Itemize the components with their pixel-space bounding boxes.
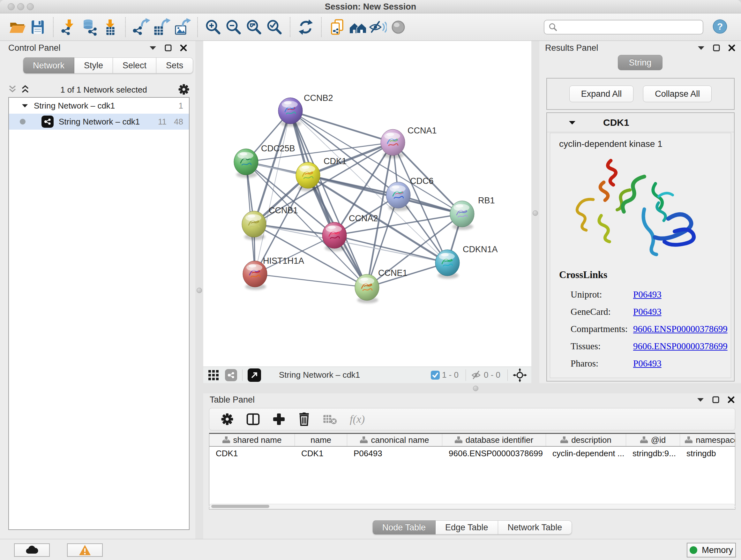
table-cell[interactable]: 9606.ENSP00000378699 [442, 447, 546, 460]
network-node-CDK1[interactable] [296, 162, 320, 191]
network-collection-row[interactable]: String Network – cdk1 1 [9, 98, 189, 114]
network-node-CDC25B[interactable] [234, 149, 258, 178]
results-panel-float-button[interactable] [713, 44, 720, 51]
tab-string[interactable]: String [618, 55, 663, 70]
results-panel-close-button[interactable] [728, 44, 735, 51]
column-header-shared-name[interactable]: shared name [209, 434, 295, 446]
network-node-CCNB1[interactable] [242, 211, 266, 240]
results-panel-menu-button[interactable] [697, 46, 704, 50]
zoom-in-button[interactable] [203, 16, 223, 38]
disabled-sphere-button[interactable] [388, 16, 408, 38]
network-edge-CCNB2-HIST1H1A[interactable] [255, 111, 290, 274]
control-panel-menu-button[interactable] [149, 46, 156, 50]
crosslink-value-link[interactable]: 9606.ENSP00000378699 [633, 324, 728, 334]
export-network-button[interactable] [131, 16, 151, 38]
right-splitter[interactable] [531, 41, 539, 383]
column-header--id[interactable]: @id [626, 434, 680, 446]
collapse-all-networks-button[interactable] [8, 84, 17, 95]
save-session-button[interactable] [27, 16, 48, 38]
network-node-CDKN1A[interactable] [435, 250, 460, 279]
right-splitter-handle[interactable] [533, 210, 538, 216]
gene-section-header[interactable]: CDK1 [547, 113, 734, 132]
network-options-button[interactable] [178, 84, 190, 96]
open-session-button[interactable] [7, 16, 27, 38]
tab-edge-table[interactable]: Edge Table [435, 520, 498, 535]
control-panel-float-button[interactable] [165, 44, 172, 51]
tab-style[interactable]: Style [74, 57, 113, 73]
table-panel-close-button[interactable] [728, 396, 735, 403]
bottom-splitter[interactable] [203, 383, 741, 393]
cloud-status-button[interactable] [14, 543, 50, 557]
network-graph[interactable]: CCNB2CCNA1CDC25BCDK1CDC6RB1CCNB1CCNA2CDK… [203, 41, 531, 367]
network-node-CDC6[interactable] [386, 182, 410, 211]
column-header-canonical-name[interactable]: canonical name [347, 434, 442, 446]
function-builder-button[interactable]: f(x) [350, 413, 365, 425]
detach-view-button[interactable] [248, 368, 261, 382]
table-cell[interactable]: CDK1 [209, 447, 295, 460]
crosslink-value-link[interactable]: P06493 [633, 358, 662, 369]
zoom-fit-button[interactable] [244, 16, 264, 38]
tab-node-table[interactable]: Node Table [373, 520, 435, 535]
network-node-CCNA1[interactable] [381, 129, 405, 159]
string-home-button[interactable] [347, 16, 367, 38]
zoom-selected-button[interactable] [264, 16, 285, 38]
fit-selected-button[interactable] [513, 368, 527, 382]
column-header-namespace[interactable]: namespace [680, 434, 735, 446]
table-settings-button[interactable] [221, 413, 233, 426]
table-cell[interactable]: stringdb:9... [626, 447, 680, 460]
import-table-button[interactable] [99, 16, 120, 38]
refresh-button[interactable] [295, 16, 316, 38]
expand-all-networks-button[interactable] [21, 84, 29, 95]
selected-nodes-checkbox[interactable] [430, 370, 440, 380]
table-panel-float-button[interactable] [712, 396, 719, 403]
column-header-name[interactable]: name [295, 434, 347, 446]
control-panel-close-button[interactable] [180, 44, 187, 51]
network-edge-CDK1-RB1[interactable] [308, 175, 462, 214]
help-button[interactable]: ? [712, 18, 728, 36]
zoom-out-button[interactable] [223, 16, 244, 38]
network-node-CCNE1[interactable] [355, 274, 379, 303]
import-network-file-button[interactable] [59, 16, 79, 38]
export-table-button[interactable] [151, 16, 172, 38]
network-node-RB1[interactable] [450, 201, 474, 230]
tab-sets[interactable]: Sets [156, 57, 193, 73]
crosslink-value-link[interactable]: P06493 [633, 307, 662, 317]
tab-network-table[interactable]: Network Table [498, 520, 572, 535]
crosslink-value-link[interactable]: 9606.ENSP00000378699 [633, 341, 728, 352]
network-edge-CCNA2-HIST1H1A[interactable] [255, 235, 334, 274]
memory-button[interactable]: Memory [687, 543, 736, 557]
tab-select[interactable]: Select [113, 57, 156, 73]
show-columns-button[interactable] [246, 413, 260, 426]
warning-status-button[interactable] [67, 543, 103, 557]
grid-view-button[interactable] [208, 369, 219, 381]
hide-glass-button[interactable] [367, 16, 388, 38]
expand-all-button[interactable]: Expand All [569, 85, 634, 102]
left-splitter[interactable] [195, 41, 203, 539]
scrollbar-thumb[interactable] [211, 505, 269, 508]
column-header-database-identifier[interactable]: database identifier [442, 434, 546, 446]
table-cell[interactable]: stringdb [680, 447, 735, 460]
search-input[interactable] [561, 22, 699, 32]
table-cell[interactable]: P06493 [347, 447, 442, 460]
clone-network-button[interactable] [327, 16, 347, 38]
export-image-button[interactable] [172, 16, 192, 38]
network-canvas[interactable]: CCNB2CCNA1CDC25BCDK1CDC6RB1CCNB1CCNA2CDK… [203, 41, 531, 367]
table-panel-menu-button[interactable] [697, 397, 704, 402]
network-badge-button[interactable] [225, 369, 237, 381]
left-splitter-handle[interactable] [197, 288, 202, 293]
network-node-CCNB2[interactable] [278, 98, 302, 127]
table-row[interactable]: CDK1CDK1P064939606.ENSP00000378699cyclin… [209, 447, 735, 460]
network-edge-CCNB2-CCNA1[interactable] [290, 111, 393, 142]
network-edge-HIST1H1A-CCNE1[interactable] [255, 274, 367, 287]
table-cell[interactable]: cyclin-dependent ... [546, 447, 626, 460]
delete-column-button[interactable] [298, 413, 310, 426]
crosslink-value-link[interactable]: P06493 [633, 289, 662, 300]
table-horizontal-scrollbar[interactable] [209, 504, 735, 509]
delete-table-button[interactable] [323, 414, 337, 425]
collapse-all-button[interactable]: Collapse All [643, 85, 712, 102]
bottom-splitter-handle[interactable] [473, 386, 478, 391]
network-node-CCNA2[interactable] [322, 222, 347, 251]
create-column-button[interactable] [273, 413, 285, 426]
tab-network[interactable]: Network [23, 57, 74, 73]
network-row-selected[interactable]: String Network – cdk1 11 48 [9, 114, 189, 130]
